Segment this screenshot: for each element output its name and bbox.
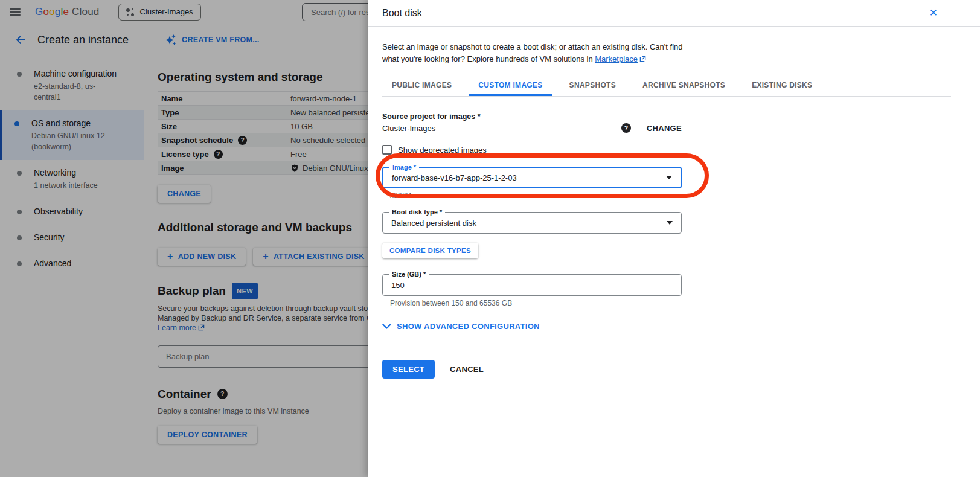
tab-public-images[interactable]: PUBLIC IMAGES <box>382 75 461 96</box>
tab-snapshots[interactable]: SNAPSHOTS <box>560 75 626 96</box>
dropdown-caret-icon <box>666 176 672 179</box>
image-select-value: forward-base-v16-b7-app-25-1-2-03 <box>392 173 517 182</box>
boot-disk-type-label: Boot disk type * <box>389 208 445 216</box>
change-project-button[interactable]: CHANGE <box>647 124 682 133</box>
gcp-console-window: Google Cloud Cluster-Images Create an in… <box>0 0 980 477</box>
image-select[interactable]: Image * forward-base-v16-b7-app-25-1-2-0… <box>382 167 682 188</box>
size-field-value: 150 <box>391 281 405 290</box>
size-helper: Provision between 150 and 65536 GB <box>390 299 966 307</box>
close-icon[interactable]: ✕ <box>929 8 938 18</box>
source-project-label: Source project for images * <box>382 112 682 121</box>
help-icon[interactable]: ? <box>621 123 631 133</box>
tab-custom-images[interactable]: CUSTOM IMAGES <box>469 75 552 96</box>
image-select-label: Image * <box>389 163 419 171</box>
boot-disk-type-select[interactable]: Boot disk type * Balanced persistent dis… <box>382 212 682 234</box>
panel-title: Boot disk <box>382 8 422 19</box>
show-deprecated-checkbox[interactable] <box>382 145 392 155</box>
show-advanced-configuration-button[interactable]: SHOW ADVANCED CONFIGURATION <box>382 322 966 331</box>
size-field[interactable]: Size (GB) * 150 <box>382 274 682 296</box>
marketplace-link[interactable]: Marketplace <box>595 54 638 63</box>
dropdown-caret-icon <box>667 221 673 225</box>
image-source-tabs: PUBLIC IMAGES CUSTOM IMAGES SNAPSHOTS AR… <box>382 75 951 97</box>
cancel-button[interactable]: CANCEL <box>450 365 484 374</box>
show-deprecated-label: Show deprecated images <box>398 146 487 155</box>
select-button[interactable]: SELECT <box>382 360 435 379</box>
panel-description: Select an image or snapshot to create a … <box>382 41 966 66</box>
image-arch-helper: x86/64 <box>390 191 966 200</box>
source-project-value: Cluster-Images <box>382 124 435 133</box>
size-field-label: Size (GB) * <box>389 270 429 278</box>
tab-existing-disks[interactable]: EXISTING DISKS <box>742 75 822 96</box>
chevron-down-icon <box>382 324 391 330</box>
boot-disk-panel: Boot disk ✕ Select an image or snapshot … <box>368 0 980 477</box>
tab-archive-snapshots[interactable]: ARCHIVE SNAPSHOTS <box>633 75 735 96</box>
external-link-icon <box>639 54 646 66</box>
boot-disk-type-value: Balanced persistent disk <box>391 219 476 228</box>
compare-disk-types-button[interactable]: COMPARE DISK TYPES <box>382 243 478 258</box>
